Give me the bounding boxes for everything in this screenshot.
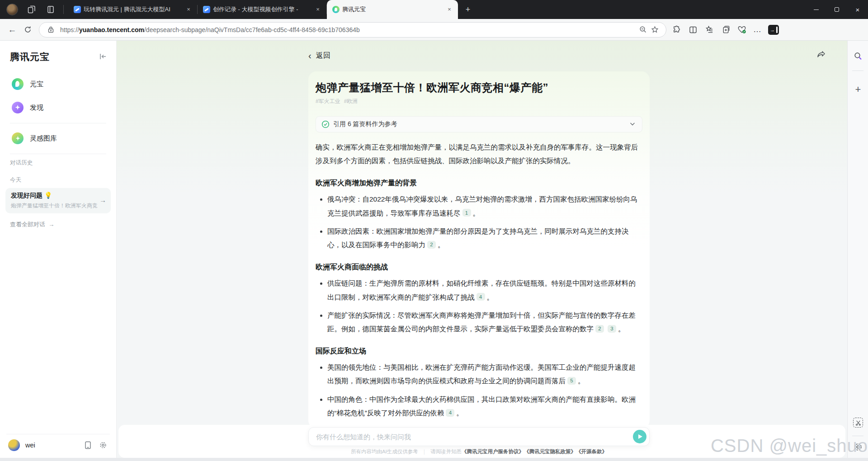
settings-gear-icon[interactable]: [98, 440, 108, 450]
divider: [10, 123, 106, 123]
tab-title: 腾讯元宝: [342, 5, 443, 14]
open-source-terms-link[interactable]: 《开源条款》: [576, 449, 607, 454]
section-heading: 欧洲军火商增加炮弹产量的背景: [316, 179, 642, 188]
browser-toolbar: ← https://yuanbao.tencent.com/deepsearch…: [0, 19, 868, 41]
workspaces-icon[interactable]: [26, 4, 37, 15]
sidebar-toggle-icon[interactable]: →: [768, 25, 779, 35]
divider: [852, 71, 863, 71]
citation-badge[interactable]: 1: [462, 209, 471, 216]
page-back-button[interactable]: ‹ 返回: [308, 51, 330, 61]
user-name: wei: [25, 442, 77, 449]
tab-hunyuan-play[interactable]: 玩转腾讯混元 | 腾讯混元大模型AI ×: [68, 0, 197, 19]
citation-badge[interactable]: 4: [476, 293, 485, 301]
tab-close-icon[interactable]: ×: [184, 5, 193, 14]
citation-badge[interactable]: 3: [608, 325, 616, 333]
today-label: 今天: [10, 176, 21, 184]
bing-search-icon[interactable]: [853, 51, 863, 61]
share-icon[interactable]: [816, 50, 827, 61]
sidebar-item-yuanbao[interactable]: 元宝: [5, 73, 111, 95]
hunyuan-favicon-icon: [203, 6, 210, 13]
close-window-button[interactable]: ×: [847, 0, 868, 19]
lock-icon[interactable]: [45, 24, 57, 36]
address-bar[interactable]: https://yuanbao.tencent.com/deepsearch-s…: [39, 22, 666, 38]
send-button[interactable]: [633, 430, 646, 443]
csdn-watermark: CSDN @wei_shuo: [711, 436, 868, 456]
extensions-icon[interactable]: [672, 25, 682, 35]
hunyuan-favicon-icon: [74, 6, 81, 13]
browser-window: 玩转腾讯混元 | 腾讯混元大模型AI × 创作记录 - 大模型视频创作引擎 - …: [0, 0, 868, 461]
nav-label: 灵感图库: [30, 134, 57, 143]
bullet-item: 产能扩张的实际情况：尽管欧洲军火商声称将炮弹产量增加到十倍，但实际产能与宣传的数…: [316, 309, 642, 336]
view-all-conversations-link[interactable]: 查看全部对话 →: [10, 221, 54, 229]
bullet-list: 供应链问题：生产炮弹所需的原材料，如硝化纤维素，存在供应链瓶颈。特别是中国对这些…: [316, 277, 642, 336]
privacy-policy-link[interactable]: 《腾讯元宝隐私政策》: [524, 449, 576, 454]
chat-input-wrap: [308, 427, 650, 446]
tab-close-icon[interactable]: ×: [445, 5, 453, 14]
screenshot-snip-icon[interactable]: [853, 417, 863, 428]
toolbar-actions: … →: [672, 25, 779, 35]
zoom-out-indicator-icon[interactable]: [637, 24, 649, 36]
minimize-button[interactable]: [806, 0, 826, 19]
refresh-button[interactable]: [21, 23, 34, 37]
edge-side-rail: +: [847, 41, 868, 458]
user-profile-row[interactable]: wei: [0, 435, 116, 455]
section-heading: 国际反应和立场: [316, 347, 642, 356]
article-card: 炮弹产量猛增至十倍！欧洲军火商竞相“爆产能” #军火工业 #欧洲 引用 6 篇资…: [308, 71, 650, 428]
bullet-list: 俄乌冲突：自2022年俄乌冲突爆发以来，乌克兰对炮弹的需求激增，西方国家包括欧洲…: [316, 193, 642, 252]
bullet-item: 中国的角色：中国作为全球最大的火药棉供应国，其出口政策对欧洲军火商的产能有直接影…: [316, 393, 642, 420]
bullet-item: 美国的领先地位：与美国相比，欧洲在扩充弹药产能方面动作迟缓。美国军工企业的产能提…: [316, 361, 642, 388]
collections-icon[interactable]: [704, 25, 714, 35]
section-heading: 欧洲军火商面临的挑战: [316, 263, 642, 272]
citation-badge[interactable]: 5: [567, 377, 576, 385]
user-avatar: [8, 439, 20, 451]
back-label: 返回: [316, 51, 330, 61]
article-title: 炮弹产量猛增至十倍！欧洲军火商竞相“爆产能”: [316, 80, 642, 95]
deepsearch-subpage: ‹ 返回 炮弹产量猛增至十倍！欧洲军火商竞相“爆产能” #军火工业 #欧洲 引用…: [117, 41, 847, 458]
notice-text: 请阅读并知悉: [430, 449, 462, 454]
citation-badge[interactable]: 4: [446, 409, 454, 417]
citation-badge[interactable]: 2: [595, 325, 604, 333]
yuanbao-sidebar: 腾讯元宝 元宝 发现 灵感图库 对话历史 今天 发现好问题 💡: [0, 41, 117, 458]
maximize-button[interactable]: [826, 0, 847, 19]
split-screen-icon[interactable]: [688, 25, 698, 35]
settings-more-icon[interactable]: …: [753, 25, 762, 34]
divider: [6, 434, 110, 434]
back-button[interactable]: ←: [5, 23, 19, 37]
citation-badge[interactable]: 2: [427, 241, 436, 249]
article-sections: 欧洲军火商增加炮弹产量的背景俄乌冲突：自2022年俄乌冲突爆发以来，乌克兰对炮弹…: [316, 179, 642, 458]
history-section-label: 对话历史: [10, 159, 33, 167]
tab-close-icon[interactable]: ×: [314, 5, 322, 14]
check-circle-icon: [321, 120, 330, 128]
sidebar-item-gallery[interactable]: 灵感图库: [5, 127, 111, 149]
discover-sparkle-icon: [12, 102, 24, 113]
tag: #欧洲: [344, 98, 358, 105]
url-text: https://yuanbao.tencent.com/deepsearch-s…: [60, 26, 637, 33]
tag: #军火工业: [316, 98, 340, 105]
conversation-title: 发现好问题 💡: [11, 192, 97, 200]
mobile-app-icon[interactable]: [83, 440, 93, 450]
tab-yuanbao-active[interactable]: 腾讯元宝 ×: [327, 0, 458, 19]
open-conversation-arrow-icon[interactable]: →: [99, 196, 106, 204]
sidebar-item-discover[interactable]: 发现: [5, 97, 111, 118]
tab-title: 创作记录 - 大模型视频创作引擎 -: [213, 5, 311, 14]
favorite-star-icon[interactable]: [649, 24, 660, 36]
chat-input[interactable]: [308, 427, 650, 446]
vertical-tabs-icon[interactable]: [45, 4, 56, 15]
article-intro: 确实，欧洲军火商正在竞相增加炮弹产量，以满足乌克兰的需求以及补充自身的军事库存。…: [316, 141, 642, 168]
disclaimer-footer: 所有内容均由AI生成仅供参考｜请阅读并知悉《腾讯元宝用户服务协议》《腾讯元宝隐私…: [308, 448, 650, 455]
add-sidebar-item-icon[interactable]: +: [853, 84, 863, 95]
new-tab-button[interactable]: +: [462, 3, 474, 16]
back-chevron-icon: ‹: [308, 51, 311, 61]
nav-label: 元宝: [30, 80, 43, 89]
browser-profile-avatar[interactable]: [6, 4, 18, 15]
conversation-item[interactable]: 发现好问题 💡 炮弹产量猛增至十倍！欧洲军火商竞... →: [5, 188, 111, 213]
nav-label: 发现: [30, 103, 43, 112]
collapse-sidebar-icon[interactable]: [99, 52, 108, 61]
service-agreement-link[interactable]: 《腾讯元宝用户服务协议》: [462, 449, 524, 454]
tab-separator: [63, 5, 64, 14]
tab-creation-record[interactable]: 创作记录 - 大模型视频创作引擎 - ×: [198, 0, 326, 19]
copilot-notebook-icon[interactable]: [721, 25, 731, 35]
citations-accordion[interactable]: 引用 6 篇资料作为参考: [316, 116, 642, 132]
browser-essentials-icon[interactable]: [737, 25, 747, 35]
chevron-down-icon[interactable]: [629, 121, 637, 128]
